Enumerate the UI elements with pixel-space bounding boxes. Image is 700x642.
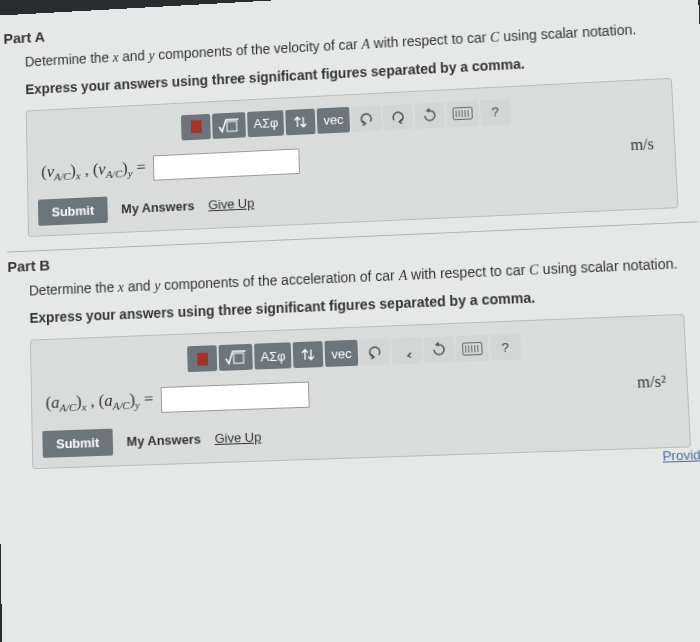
reset-button[interactable] xyxy=(423,336,454,363)
part-b: Part B Determine the x and y components … xyxy=(7,228,700,485)
reset-icon xyxy=(430,341,447,358)
answer-input[interactable] xyxy=(161,382,310,413)
submit-button[interactable]: Submit xyxy=(42,429,113,458)
part-a-answer-box: ΑΣφ vec ? xyxy=(26,77,679,236)
vec-button[interactable]: vec xyxy=(317,106,350,133)
redo-icon xyxy=(390,110,406,124)
vec-button[interactable]: vec xyxy=(325,340,358,367)
my-answers-link[interactable]: My Answers xyxy=(126,432,201,450)
part-b-answer-box: ΑΣφ vec ? xyxy=(30,314,691,469)
help-button[interactable]: ? xyxy=(480,98,511,125)
square-icon xyxy=(191,120,202,133)
sqrt-icon xyxy=(225,349,247,366)
square-icon xyxy=(197,352,208,365)
svg-rect-1 xyxy=(234,353,244,363)
give-up-link[interactable]: Give Up xyxy=(214,430,261,447)
keyboard-button[interactable] xyxy=(446,100,479,127)
sub-sup-button[interactable] xyxy=(286,108,316,135)
arrows-icon xyxy=(293,113,309,129)
expression-label: (vA/C)x , (vA/C)y = xyxy=(41,158,146,184)
text: with respect to car xyxy=(370,29,491,51)
equation-toolbar: ΑΣφ vec ? xyxy=(41,328,675,378)
keyboard-icon xyxy=(462,342,483,356)
keyboard-button[interactable] xyxy=(455,335,488,362)
arrows-icon xyxy=(300,346,316,363)
greek-button[interactable]: ΑΣφ xyxy=(247,110,284,137)
template-button[interactable] xyxy=(187,345,217,372)
text: using scalar notation. xyxy=(499,21,636,44)
text: components of the velocity of car xyxy=(154,36,361,62)
keyboard-icon xyxy=(452,107,472,121)
text: and xyxy=(118,48,148,65)
my-answers-link[interactable]: My Answers xyxy=(121,198,195,216)
redo-icon xyxy=(398,344,415,359)
text: with respect to car xyxy=(407,261,530,282)
undo-button[interactable] xyxy=(351,105,382,132)
text: Determine the xyxy=(25,49,113,69)
sqrt-button[interactable] xyxy=(212,112,246,139)
undo-icon xyxy=(366,345,383,360)
text: components of the acceleration of car xyxy=(160,267,399,293)
part-a: Part A Determine the x and y components … xyxy=(3,0,697,238)
submit-button[interactable]: Submit xyxy=(38,196,108,225)
text: Determine the xyxy=(29,279,118,298)
input-row: (aA/C)x , (aA/C)y = m/s² xyxy=(42,368,677,417)
answer-input[interactable] xyxy=(153,148,300,180)
template-button[interactable] xyxy=(181,113,211,140)
sqrt-icon xyxy=(218,117,240,134)
text: using scalar notation. xyxy=(538,255,678,277)
reset-icon xyxy=(421,107,438,123)
sqrt-button[interactable] xyxy=(219,344,253,371)
reset-button[interactable] xyxy=(414,102,445,129)
undo-icon xyxy=(358,111,374,125)
units-label: m/s² xyxy=(637,372,673,392)
give-up-link[interactable]: Give Up xyxy=(208,195,254,212)
svg-rect-0 xyxy=(227,121,237,131)
undo-button[interactable] xyxy=(359,339,390,366)
greek-button[interactable]: ΑΣφ xyxy=(254,342,292,369)
help-button[interactable]: ? xyxy=(490,334,522,361)
units-label: m/s xyxy=(630,135,661,154)
text: and xyxy=(124,277,155,294)
redo-button[interactable] xyxy=(382,103,413,130)
sub-sup-button[interactable] xyxy=(293,341,324,368)
expression-label: (aA/C)x , (aA/C)y = xyxy=(45,390,153,415)
redo-button[interactable] xyxy=(391,337,422,364)
